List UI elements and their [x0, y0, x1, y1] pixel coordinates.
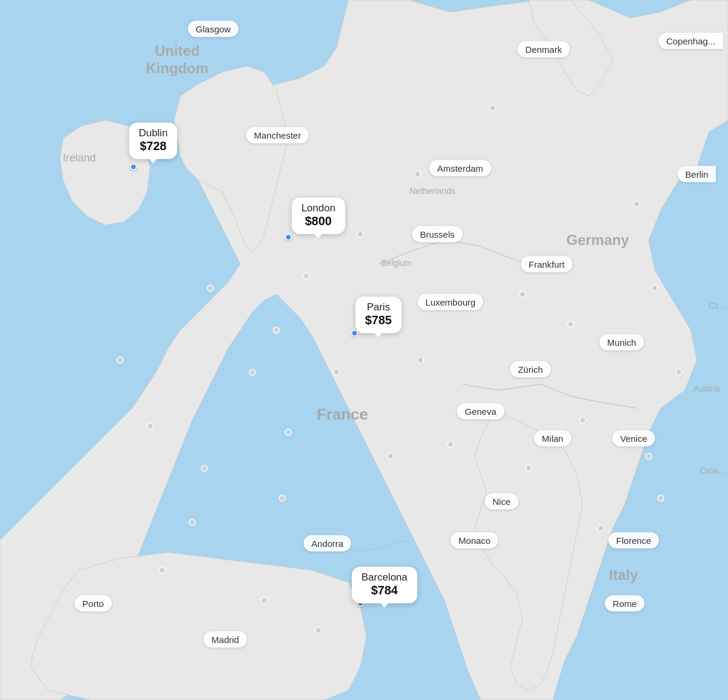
city-label-manchester[interactable]: Manchester: [246, 127, 309, 143]
city-label-luxembourg[interactable]: Luxembourg: [417, 294, 483, 310]
svg-point-7: [273, 327, 279, 333]
city-label-berlin[interactable]: Berlin: [678, 166, 716, 183]
svg-point-13: [387, 453, 393, 459]
svg-point-11: [417, 357, 423, 363]
svg-point-25: [315, 627, 321, 633]
dot-london[interactable]: [285, 234, 292, 241]
svg-point-5: [520, 291, 526, 297]
popup-london-price: $800: [302, 214, 336, 228]
svg-point-27: [598, 525, 604, 531]
svg-point-29: [652, 285, 658, 291]
svg-point-16: [147, 423, 153, 429]
svg-point-17: [117, 357, 123, 363]
dot-paris[interactable]: [351, 330, 358, 337]
city-label-milan[interactable]: Milan: [534, 430, 571, 447]
city-label-andorra[interactable]: Andorra: [303, 536, 351, 552]
svg-point-4: [303, 273, 309, 279]
city-label-copenhagen[interactable]: Copenhag...: [658, 33, 723, 49]
svg-point-2: [490, 105, 496, 111]
city-label-glasgow[interactable]: Glasgow: [188, 21, 238, 37]
popup-barcelona-city: Barcelona: [362, 572, 408, 584]
city-label-geneva[interactable]: Geneva: [457, 403, 505, 420]
svg-point-19: [646, 453, 652, 459]
price-popup-dublin[interactable]: Dublin $728: [129, 122, 177, 159]
city-label-porto[interactable]: Porto: [74, 596, 112, 612]
city-label-monaco[interactable]: Monaco: [450, 533, 498, 549]
city-label-brussels[interactable]: Brussels: [412, 226, 463, 243]
svg-point-30: [634, 201, 640, 207]
dot-dublin[interactable]: [130, 163, 137, 170]
svg-point-14: [285, 429, 291, 435]
city-label-denmark[interactable]: Denmark: [518, 41, 570, 58]
popup-london-city: London: [302, 202, 336, 214]
svg-point-6: [568, 321, 574, 327]
svg-point-21: [279, 495, 285, 501]
price-popup-barcelona[interactable]: Barcelona $784: [352, 567, 417, 603]
popup-paris-city: Paris: [365, 301, 392, 313]
city-label-florence[interactable]: Florence: [608, 533, 659, 549]
popup-dublin-city: Dublin: [139, 127, 168, 139]
svg-point-3: [357, 231, 363, 237]
svg-point-8: [207, 285, 213, 291]
svg-point-1: [414, 171, 420, 177]
city-label-munich[interactable]: Munich: [599, 334, 644, 351]
svg-point-22: [189, 519, 195, 525]
svg-point-10: [333, 369, 339, 375]
popup-dublin-price: $728: [139, 139, 168, 153]
map-container: Dublin $728 London $800 Paris $785 Barce…: [0, 0, 728, 700]
city-label-amsterdam[interactable]: Amsterdam: [429, 160, 491, 177]
svg-point-15: [201, 465, 207, 471]
popup-paris-price: $785: [365, 313, 392, 327]
city-label-venice[interactable]: Venice: [612, 430, 655, 447]
svg-point-23: [159, 567, 165, 573]
svg-point-9: [249, 369, 255, 375]
svg-point-28: [676, 369, 682, 375]
city-label-rome[interactable]: Rome: [605, 596, 645, 612]
svg-point-20: [526, 465, 532, 471]
city-label-nice[interactable]: Nice: [485, 493, 518, 510]
popup-barcelona-price: $784: [362, 584, 408, 597]
city-label-frankfurt[interactable]: Frankfurt: [521, 256, 572, 273]
svg-point-26: [658, 495, 664, 501]
svg-point-24: [261, 597, 267, 603]
price-popup-london[interactable]: London $800: [292, 198, 345, 234]
svg-point-18: [580, 417, 586, 423]
city-label-zurich[interactable]: Zürich: [510, 361, 551, 378]
price-popup-paris[interactable]: Paris $785: [356, 297, 402, 333]
city-label-madrid[interactable]: Madrid: [204, 632, 247, 648]
svg-point-12: [447, 441, 453, 447]
